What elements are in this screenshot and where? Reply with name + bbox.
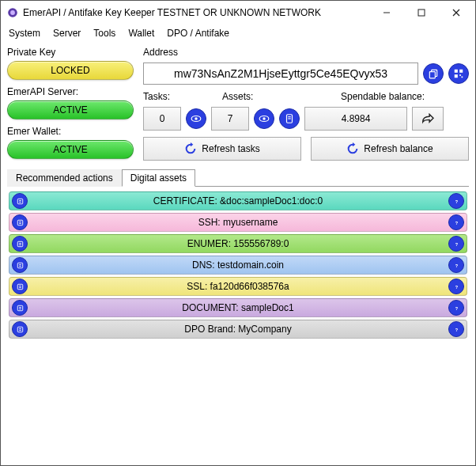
refresh-icon [346,142,359,155]
svg-rect-10 [455,74,458,78]
asset-row[interactable]: SSH: myusername? [9,213,467,232]
copy-address-button[interactable] [423,63,444,84]
view-tasks-button[interactable] [186,108,206,129]
asset-list: CERTIFICATE: &doc:sampleDoc1:doc:0?SSH: … [7,186,469,343]
wallet-label: Emer Wallet: [7,126,134,137]
asset-action-icon[interactable] [12,257,28,273]
asset-action-icon[interactable] [12,214,28,230]
titlebar: EmerAPI / Antifake Key Keeper TESTNET OR… [1,1,475,25]
asset-row[interactable]: DPO Brand: MyCompany? [9,320,467,339]
balance-value[interactable]: 4.8984 [304,107,407,131]
refresh-balance-button[interactable]: Refresh balance [311,137,469,161]
menu-tools[interactable]: Tools [93,28,115,39]
close-button[interactable] [439,2,474,24]
asset-label: DPO Brand: MyCompany [28,324,448,335]
asset-action-icon[interactable] [12,278,28,294]
asset-label: SSH: myusername [28,217,448,228]
menu-wallet[interactable]: Wallet [128,28,154,39]
asset-label: SSL: fa120d66f038576a [28,281,448,292]
qr-address-button[interactable] [448,63,469,84]
svg-rect-8 [455,70,458,73]
refresh-tasks-button[interactable]: Refresh tasks [143,137,301,161]
menu-system[interactable]: System [9,28,40,39]
svg-rect-42 [17,305,22,310]
svg-text:?: ? [455,263,458,267]
refresh-icon [184,142,197,155]
wallet-status[interactable]: ACTIVE [7,140,134,159]
balance-label: Spendable balance: [341,91,469,102]
address-label: Address [143,47,469,58]
asset-help-icon[interactable]: ? [448,321,464,337]
asset-help-icon[interactable]: ? [448,278,464,294]
asset-help-icon[interactable]: ? [448,236,464,252]
asset-label: ENUMER: 155556789:0 [28,238,448,249]
assets-label: Assets: [222,91,341,102]
menu-server[interactable]: Server [53,28,81,39]
svg-text:?: ? [455,284,458,289]
asset-row[interactable]: SSL: fa120d66f038576a? [9,277,467,296]
svg-rect-3 [418,9,425,16]
app-icon [7,7,18,18]
svg-rect-7 [429,72,435,78]
asset-help-icon[interactable]: ? [448,193,464,209]
svg-rect-34 [17,263,22,267]
asset-help-icon[interactable]: ? [448,300,464,316]
asset-action-icon[interactable] [12,300,28,316]
svg-text:?: ? [455,305,458,310]
svg-text:?: ? [455,327,458,332]
share-balance-button[interactable] [412,107,444,131]
svg-rect-30 [17,241,22,246]
asset-row[interactable]: DOCUMENT: sampleDoc1? [9,298,467,317]
svg-marker-20 [191,142,193,146]
svg-rect-46 [17,327,22,332]
svg-text:?: ? [455,220,458,225]
svg-rect-11 [459,74,461,76]
minimize-button[interactable] [369,2,404,24]
private-key-label: Private Key [7,47,134,58]
svg-point-1 [10,10,15,15]
asset-action-icon[interactable] [12,193,28,209]
asset-row[interactable]: DNS: testdomain.coin? [9,256,467,275]
asset-row[interactable]: CERTIFICATE: &doc:sampleDoc1:doc:0? [9,191,467,210]
maximize-button[interactable] [404,2,439,24]
svg-text:?: ? [455,241,458,246]
asset-row[interactable]: ENUMER: 155556789:0? [9,234,467,253]
svg-point-14 [195,117,198,120]
tab-recommended[interactable]: Recommended actions [7,169,122,187]
server-status[interactable]: ACTIVE [7,100,134,119]
asset-label: DOCUMENT: sampleDoc1 [28,302,448,313]
tab-digital-assets[interactable]: Digital assets [122,169,195,187]
asset-label: CERTIFICATE: &doc:sampleDoc1:doc:0 [28,195,448,206]
menubar: System Server Tools Wallet DPO / Antifak… [1,25,475,44]
private-key-status[interactable]: LOCKED [7,61,134,80]
tasks-value[interactable]: 0 [143,107,181,131]
asset-label: DNS: testdomain.coin [28,260,448,271]
svg-point-16 [263,117,266,120]
tasks-label: Tasks: [143,91,222,102]
svg-marker-21 [353,142,355,146]
svg-rect-26 [17,220,22,225]
svg-text:?: ? [455,199,458,203]
assets-extra-button[interactable] [279,108,300,129]
view-assets-button[interactable] [254,108,274,129]
svg-rect-22 [17,199,22,203]
asset-action-icon[interactable] [12,236,28,252]
svg-rect-12 [462,77,463,78]
server-label: EmerAPI Server: [7,86,134,97]
asset-help-icon[interactable]: ? [448,257,464,273]
svg-rect-38 [17,284,22,289]
menu-dpo[interactable]: DPO / Antifake [167,28,229,39]
tabs: Recommended actions Digital assets [7,169,469,186]
assets-value[interactable]: 7 [211,107,249,131]
svg-rect-9 [459,70,463,73]
window-title: EmerAPI / Antifake Key Keeper TESTNET OR… [23,7,369,18]
asset-help-icon[interactable]: ? [448,214,464,230]
asset-action-icon[interactable] [12,321,28,337]
address-input[interactable] [143,63,418,85]
